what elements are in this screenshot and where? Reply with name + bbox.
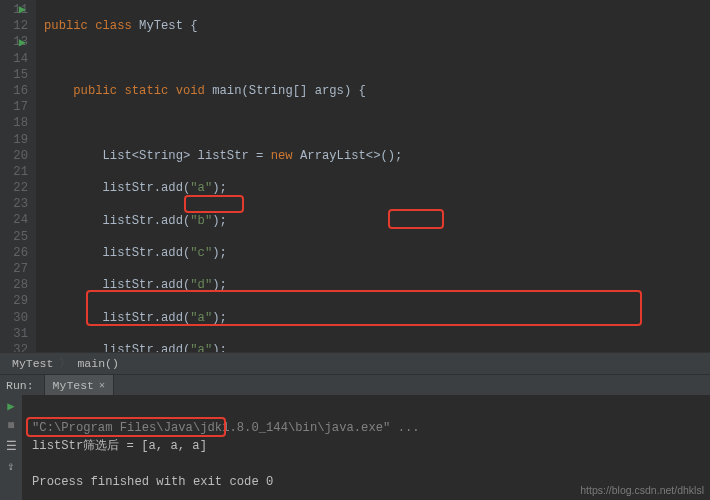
layout-icon[interactable]: ☰ <box>4 439 18 453</box>
watermark: https://blog.csdn.net/dhklsl <box>580 484 704 496</box>
console-line: listStr筛选后 = [a, a, a] <box>32 439 207 453</box>
breadcrumb-method[interactable]: main() <box>77 357 118 370</box>
run-toolbar: ▶ ■ ☰ ⇪ <box>0 395 22 500</box>
run-tab[interactable]: MyTest ✕ <box>45 375 114 395</box>
code-line: listStr.add("d"); <box>44 277 710 293</box>
console-line: "C:\Program Files\Java\jdk1.8.0_144\bin\… <box>32 421 420 435</box>
code-area[interactable]: public class MyTest { public static void… <box>36 0 710 352</box>
code-line: listStr.add("c"); <box>44 245 710 261</box>
code-line: listStr.add("a"); <box>44 310 710 326</box>
code-line: public static void main(String[] args) { <box>44 83 710 99</box>
line-number-gutter: ▶ ▶ 111213141516171819202122232425262728… <box>0 0 36 352</box>
close-icon[interactable]: ✕ <box>99 379 105 391</box>
code-line: List<String> listStr = new ArrayList<>()… <box>44 148 710 164</box>
run-tab-title: MyTest <box>53 379 94 392</box>
code-editor[interactable]: ▶ ▶ 111213141516171819202122232425262728… <box>0 0 710 352</box>
breadcrumb-class[interactable]: MyTest <box>12 357 53 370</box>
run-gutter-icon[interactable]: ▶ <box>16 2 26 12</box>
run-gutter-icon[interactable]: ▶ <box>16 35 26 45</box>
console-line: Process finished with exit code 0 <box>32 475 273 489</box>
annotation-box <box>184 195 244 213</box>
breadcrumbs[interactable]: MyTest 〉 main() <box>0 352 710 374</box>
run-tool-header: Run: MyTest ✕ <box>0 374 710 395</box>
stop-icon[interactable]: ■ <box>4 419 18 433</box>
code-line: listStr.add("b"); <box>44 213 710 229</box>
export-icon[interactable]: ⇪ <box>4 459 18 473</box>
rerun-icon[interactable]: ▶ <box>4 399 18 413</box>
code-line: public class MyTest { <box>44 18 710 34</box>
breadcrumb-separator: 〉 <box>59 356 71 371</box>
code-line: listStr.add("a"); <box>44 180 710 196</box>
run-label: Run: <box>0 375 45 395</box>
code-line: listStr.add("a"); <box>44 342 710 352</box>
